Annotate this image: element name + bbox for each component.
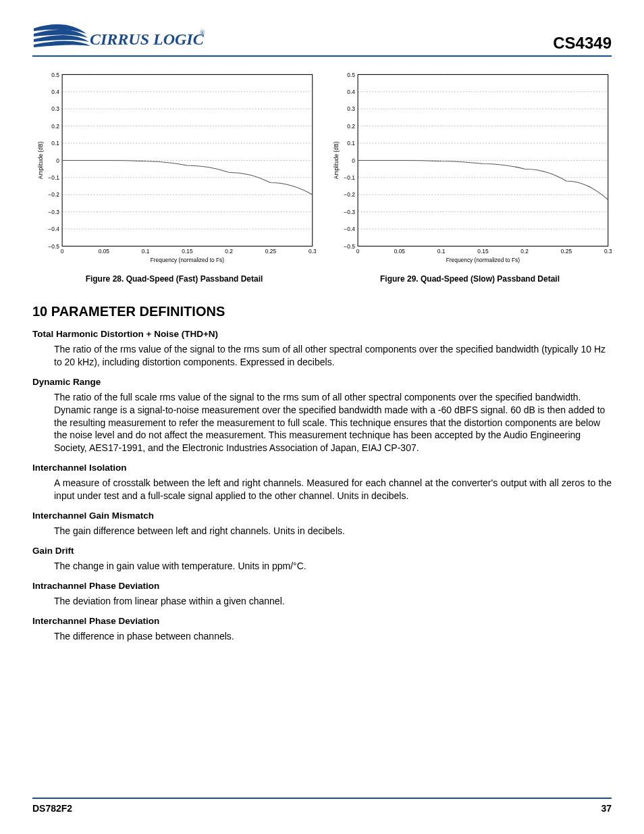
- brand-text: CIRRUS LOGIC: [90, 30, 205, 48]
- param-block: Total Harmonic Distortion + Noise (THD+N…: [32, 329, 612, 369]
- param-block: Dynamic RangeThe ratio of the full scale…: [32, 377, 612, 454]
- param-block: Intrachannel Phase DeviationThe deviatio…: [32, 581, 612, 608]
- svg-text:0.1: 0.1: [51, 140, 59, 147]
- param-heading: Interchannel Phase Deviation: [32, 616, 612, 626]
- svg-text:0.25: 0.25: [561, 248, 572, 255]
- svg-text:0: 0: [56, 157, 59, 164]
- chart-fast-caption: Figure 28. Quad-Speed (Fast) Passband De…: [32, 274, 316, 284]
- param-block: Gain DriftThe change in gain value with …: [32, 546, 612, 573]
- svg-text:0.5: 0.5: [51, 72, 59, 78]
- svg-text:Frequency (normalized to Fs): Frequency (normalized to Fs): [151, 257, 225, 263]
- svg-text:0.1: 0.1: [142, 248, 150, 255]
- chart-slow-svg: −0.5−0.4−0.3−0.2−0.100.10.20.30.40.500.0…: [328, 69, 612, 267]
- cirrus-logic-logo-icon: CIRRUS LOGIC ®: [32, 22, 208, 53]
- params-container: Total Harmonic Distortion + Noise (THD+N…: [32, 329, 612, 643]
- svg-text:0.25: 0.25: [265, 248, 277, 255]
- param-block: Interchannel Phase DeviationThe differen…: [32, 616, 612, 643]
- param-block: Interchannel Gain MismatchThe gain diffe…: [32, 511, 612, 538]
- section-number: 10: [32, 304, 47, 319]
- svg-text:0.3: 0.3: [604, 248, 612, 255]
- svg-text:−0.4: −0.4: [344, 226, 355, 232]
- svg-text:0.1: 0.1: [347, 140, 355, 147]
- svg-text:®: ®: [200, 29, 205, 36]
- svg-text:0: 0: [61, 248, 64, 255]
- param-heading: Interchannel Isolation: [32, 463, 612, 473]
- svg-text:Amplitude (dB): Amplitude (dB): [37, 142, 44, 180]
- param-body: A measure of crosstalk between the left …: [54, 477, 612, 502]
- param-heading: Intrachannel Phase Deviation: [32, 581, 612, 591]
- param-body: The difference in phase between channels…: [54, 630, 612, 643]
- param-body: The change in gain value with temperatur…: [54, 560, 612, 573]
- svg-text:0.2: 0.2: [347, 123, 355, 130]
- param-body: The deviation from linear phase within a…: [54, 595, 612, 608]
- svg-text:−0.5: −0.5: [48, 243, 59, 250]
- svg-text:−0.5: −0.5: [344, 243, 355, 250]
- page-footer: DS782F2 37: [32, 798, 612, 814]
- svg-text:0.3: 0.3: [51, 105, 59, 112]
- param-body: The gain difference between left and rig…: [54, 525, 612, 538]
- section-heading: PARAMETER DEFINITIONS: [51, 304, 225, 319]
- svg-text:Amplitude (dB): Amplitude (dB): [333, 142, 340, 180]
- svg-text:−0.3: −0.3: [344, 209, 355, 215]
- svg-text:0.05: 0.05: [394, 248, 406, 255]
- doc-id: DS782F2: [32, 803, 72, 814]
- svg-text:0.4: 0.4: [347, 88, 355, 95]
- svg-text:−0.4: −0.4: [48, 226, 59, 232]
- param-block: Interchannel IsolationA measure of cross…: [32, 463, 612, 502]
- svg-text:0.05: 0.05: [99, 248, 110, 255]
- part-number: CS4349: [553, 34, 612, 53]
- svg-text:−0.1: −0.1: [344, 174, 355, 181]
- page-number: 37: [601, 803, 612, 814]
- svg-text:0.2: 0.2: [225, 248, 233, 255]
- param-body: The ratio of the rms value of the signal…: [54, 343, 612, 369]
- svg-text:0.4: 0.4: [51, 88, 59, 95]
- svg-text:0.15: 0.15: [182, 248, 193, 255]
- chart-slow: −0.5−0.4−0.3−0.2−0.100.10.20.30.40.500.0…: [328, 69, 612, 284]
- svg-text:0.15: 0.15: [477, 248, 489, 255]
- svg-text:−0.1: −0.1: [48, 174, 59, 181]
- svg-text:0.3: 0.3: [347, 105, 355, 112]
- svg-text:0: 0: [356, 248, 360, 255]
- brand-logo: CIRRUS LOGIC ®: [32, 22, 208, 53]
- svg-text:0.5: 0.5: [347, 72, 355, 78]
- svg-text:−0.2: −0.2: [48, 191, 59, 198]
- param-heading: Gain Drift: [32, 546, 612, 556]
- param-heading: Dynamic Range: [32, 377, 612, 387]
- section-title: 10 PARAMETER DEFINITIONS: [32, 304, 612, 319]
- param-heading: Interchannel Gain Mismatch: [32, 511, 612, 521]
- svg-text:0.2: 0.2: [51, 123, 59, 130]
- svg-text:Frequency (normalized to Fs): Frequency (normalized to Fs): [446, 257, 520, 263]
- svg-text:−0.2: −0.2: [344, 191, 355, 198]
- svg-text:0: 0: [352, 157, 355, 164]
- svg-text:0.3: 0.3: [308, 248, 316, 255]
- param-body: The ratio of the full scale rms value of…: [54, 391, 612, 454]
- chart-fast-svg: −0.5−0.4−0.3−0.2−0.100.10.20.30.40.500.0…: [32, 69, 316, 267]
- charts-row: −0.5−0.4−0.3−0.2−0.100.10.20.30.40.500.0…: [32, 69, 612, 284]
- svg-text:−0.3: −0.3: [48, 209, 59, 215]
- svg-text:0.2: 0.2: [520, 248, 529, 255]
- chart-slow-caption: Figure 29. Quad-Speed (Slow) Passband De…: [328, 274, 612, 284]
- svg-text:0.1: 0.1: [437, 248, 446, 255]
- param-heading: Total Harmonic Distortion + Noise (THD+N…: [32, 329, 612, 339]
- chart-fast: −0.5−0.4−0.3−0.2−0.100.10.20.30.40.500.0…: [32, 69, 316, 284]
- page-header: CIRRUS LOGIC ® CS4349: [32, 22, 612, 57]
